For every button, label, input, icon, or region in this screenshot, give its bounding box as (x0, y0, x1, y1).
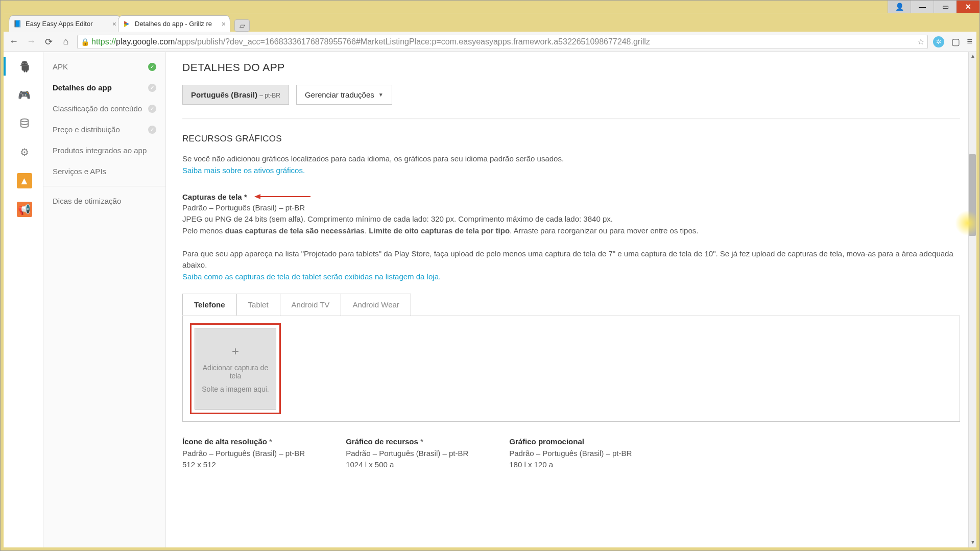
screenshots-label: Capturas de tela * (182, 193, 247, 201)
device-tab-androidtv[interactable]: Android TV (280, 294, 342, 316)
add-screenshot-button[interactable]: + Adicionar captura de tela Solte a imag… (195, 328, 276, 410)
drop-here-label: Solte a imagem aqui. (202, 385, 269, 393)
tab-title: Easy Easy Apps Editor (26, 20, 109, 28)
asset-promo-graphic: Gráfico promocional Padrão – Português (… (509, 436, 632, 471)
language-main: Português (Brasil) (191, 90, 257, 99)
asset-lang: Padrão – Português (Brasil) – pt-BR (509, 449, 632, 458)
page-title: DETALHES DO APP (182, 61, 960, 74)
divider (182, 118, 960, 118)
language-sub: – pt-BR (259, 92, 280, 99)
asset-title: Gráfico de recursos (346, 437, 418, 446)
browser-tab-active[interactable]: Detalhes do app - Grillz re × (118, 15, 230, 32)
new-tab-button[interactable]: ▱ (234, 19, 250, 32)
extension-icon[interactable]: ✲ (933, 36, 944, 47)
status-check-icon: ✓ (148, 126, 156, 134)
sidebar-item-dicas[interactable]: Dicas de otimização (43, 190, 165, 211)
spec-text: JPEG ou PNG de 24 bits (sem alfa). Compr… (182, 214, 613, 223)
rail-gear-icon[interactable]: ⚙ (4, 143, 43, 161)
svg-point-6 (20, 119, 28, 122)
scroll-down-icon[interactable]: ▼ (969, 539, 976, 546)
sidebar-item-label: Detalhes do app (53, 83, 112, 92)
manage-translations-label: Gerenciar traduções (305, 90, 374, 99)
url-path: /apps/publish/?dev_acc=16683336176878955… (175, 37, 650, 46)
tab-close-icon[interactable]: × (112, 20, 116, 28)
url-bar[interactable]: 🔒 https://play.google.com/apps/publish/?… (77, 35, 928, 49)
device-tab-androidwear[interactable]: Android Wear (341, 294, 411, 316)
required-asterisk: * (244, 193, 247, 201)
sidebar: APK ✓ Detalhes do app ✓ Classificação do… (43, 52, 166, 547)
rail-gamepad-icon[interactable]: 🎮 (4, 86, 43, 104)
forward-button[interactable]: → (25, 36, 37, 47)
sidebar-item-label: Preço e distribuição (53, 125, 120, 134)
red-arrow-annotation (254, 193, 310, 202)
asset-title: Gráfico promocional (509, 437, 584, 446)
required-asterisk: * (269, 437, 272, 446)
rail-campaign-icon[interactable]: 📢 (4, 200, 43, 219)
browser-tab[interactable]: 📘 Easy Easy Apps Editor × (9, 15, 121, 32)
tablet-link[interactable]: Saiba como as capturas de tela de tablet… (182, 272, 441, 281)
asset-size: 512 x 512 (182, 460, 216, 469)
sidebar-item-label: Serviços e APIs (53, 167, 106, 176)
required-asterisk: * (420, 437, 423, 446)
url-host: play.google.com (116, 37, 175, 46)
section-title: RECURSOS GRÁFICOS (182, 134, 960, 144)
asset-size: 1024 l x 500 a (346, 460, 394, 469)
plus-icon: + (232, 344, 239, 358)
status-check-icon: ✓ (148, 84, 156, 92)
status-check-icon: ✓ (148, 63, 156, 71)
bookmark-star-icon[interactable]: ☆ (917, 37, 924, 46)
svg-point-5 (26, 63, 27, 64)
window-close-button[interactable]: ✕ (957, 1, 979, 13)
status-check-icon: ✓ (148, 105, 156, 113)
tab-close-icon[interactable]: × (222, 20, 226, 28)
scrollbar-thumb[interactable] (969, 154, 976, 236)
url-scheme: https:// (91, 37, 116, 46)
section-intro: Se você não adicionou gráficos localizad… (182, 154, 564, 163)
device-tabs: Telefone Tablet Android TV Android Wear (182, 294, 960, 316)
lock-icon: 🔒 (81, 38, 89, 46)
browser-toolbar: ← → ⟳ ⌂ 🔒 https://play.google.com/apps/p… (4, 32, 976, 52)
window-user-button[interactable]: 👤 (888, 1, 911, 13)
rail-database-icon[interactable] (4, 114, 43, 133)
sidebar-divider (43, 186, 165, 186)
svg-marker-8 (254, 194, 260, 199)
sidebar-item-apk[interactable]: APK ✓ (43, 56, 165, 77)
sidebar-item-label: APK (53, 62, 68, 71)
language-selector[interactable]: Português (Brasil) – pt-BR (182, 85, 289, 105)
vertical-scrollbar[interactable]: ▲ ▼ (968, 52, 976, 547)
favicon-easyapps: 📘 (13, 20, 21, 28)
back-button[interactable]: ← (8, 36, 20, 47)
chrome-menu-button[interactable]: ≡ (967, 36, 972, 47)
home-button[interactable]: ⌂ (60, 36, 72, 47)
sidebar-item-servicos[interactable]: Serviços e APIs (43, 161, 165, 182)
favicon-play (123, 20, 131, 28)
sidebar-item-label: Dicas de otimização (53, 197, 121, 205)
window-minimize-button[interactable]: — (911, 1, 934, 13)
asset-title: Ícone de alta resolução (182, 437, 267, 446)
asset-lang: Padrão – Português (Brasil) – pt-BR (346, 449, 468, 458)
window-maximize-button[interactable]: ▭ (934, 1, 957, 13)
sidebar-item-produtos[interactable]: Produtos integrados ao app (43, 140, 165, 161)
rail-android-icon[interactable] (4, 57, 43, 76)
asset-size: 180 l x 120 a (509, 460, 553, 469)
sidebar-item-detalhes[interactable]: Detalhes do app ✓ (43, 77, 165, 98)
req-mid: . (365, 226, 369, 235)
req-bold1: duas capturas de tela são necessárias (225, 226, 364, 235)
rail-warning-icon[interactable]: ▲ (4, 172, 43, 190)
device-tab-telefone[interactable]: Telefone (182, 294, 237, 316)
sidebar-item-classificacao[interactable]: Classificação do conteúdo ✓ (43, 98, 165, 119)
sidebar-item-label: Classificação do conteúdo (53, 104, 142, 113)
add-screenshot-label: Adicionar captura de tela (199, 364, 272, 380)
scroll-up-icon[interactable]: ▲ (969, 53, 976, 60)
browser-tabstrip: 📘 Easy Easy Apps Editor × Detalhes do ap… (4, 13, 976, 32)
device-tab-tablet[interactable]: Tablet (236, 294, 280, 316)
screenshot-drop-area[interactable]: + Adicionar captura de tela Solte a imag… (182, 316, 960, 422)
tablet-note: Para que seu app apareça na lista "Proje… (182, 249, 953, 270)
reload-button[interactable]: ⟳ (42, 36, 55, 47)
asset-lang: Padrão – Português (Brasil) – pt-BR (182, 449, 305, 458)
panel-icon[interactable]: ▢ (949, 36, 962, 47)
manage-translations-button[interactable]: Gerenciar traduções (296, 85, 392, 105)
learn-more-link[interactable]: Saiba mais sobre os ativos gráficos. (182, 166, 305, 175)
sidebar-item-preco[interactable]: Preço e distribuição ✓ (43, 119, 165, 140)
sidebar-item-label: Produtos integrados ao app (53, 146, 147, 155)
